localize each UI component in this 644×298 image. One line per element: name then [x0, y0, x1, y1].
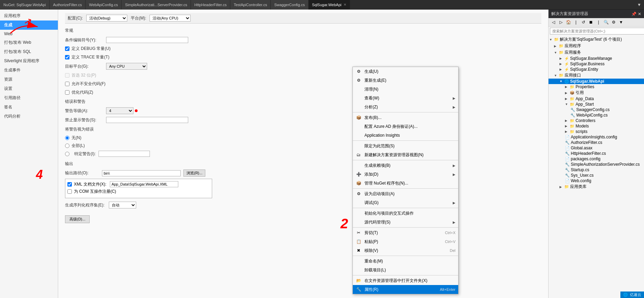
tree-appinsights-config[interactable]: 📄 ApplicationInsights.config — [549, 134, 644, 140]
allow-unsafe-checkbox[interactable] — [65, 82, 69, 86]
tree-startup[interactable]: 🔧 Startup.cs — [549, 167, 644, 173]
sidebar-item-web[interactable]: Web — [0, 30, 58, 38]
ctx-azure-ad[interactable]: 配置 Azure AD 身份验证(A)... — [353, 122, 458, 131]
sidebar-item-resources[interactable]: 资源 — [0, 75, 58, 84]
sidebar-item-signing[interactable]: 签名 — [0, 103, 58, 112]
treat-specific-radio[interactable] — [65, 152, 69, 156]
sidebar-item-publish-sql[interactable]: 打包/发布 SQL — [0, 47, 58, 56]
sidebar-item-publish-web[interactable]: 打包/发布 Web — [0, 38, 58, 47]
tree-models[interactable]: ▶ 📁 Models — [549, 123, 644, 129]
define-trace-checkbox[interactable] — [65, 55, 69, 59]
serialize-select[interactable]: 自动 — [109, 202, 136, 208]
ctx-source-control[interactable]: 源代码管理(S) ▶ — [353, 218, 458, 227]
toolbar-more-button[interactable]: ▼ — [618, 19, 624, 26]
toolbar-back-button[interactable]: ◁ — [550, 19, 557, 26]
toolbar-stop-button[interactable]: ⏹ — [588, 19, 594, 26]
ctx-properties[interactable]: 🔧 属性(R) Alt+Enter — [353, 285, 458, 294]
solution-search-input[interactable] — [550, 28, 644, 35]
ctx-set-startup[interactable]: ⚙ 设为启动项目(A) — [353, 189, 458, 198]
com-interop-checkbox[interactable] — [67, 189, 72, 194]
toolbar-forward-button[interactable]: ▷ — [557, 19, 564, 26]
warning-level-select[interactable]: 4 — [106, 107, 133, 114]
tab-testapi[interactable]: TestApiController.cs — [230, 0, 271, 10]
ctx-init-interactive[interactable]: 初始化与项目的交互式操作 — [353, 209, 458, 218]
tree-solution-root[interactable]: ▼ 📁 解决方案'SqlSugarTest' (6 个项目) — [549, 36, 644, 43]
ctx-build-deps[interactable]: 生成依赖项(B) ▶ — [353, 161, 458, 170]
tree-simple-auth[interactable]: 🔧 SimpleAuthorizationServerProvider.cs — [549, 162, 644, 167]
sidebar-item-build-events[interactable]: 生成事件 — [0, 66, 58, 75]
sidebar-item-build[interactable]: 生成 — [0, 21, 58, 30]
sidebar-item-settings[interactable]: 设置 — [0, 84, 58, 93]
browse-button[interactable]: 浏览(R)... — [183, 170, 205, 177]
treat-none-radio[interactable] — [65, 136, 69, 140]
tree-applib-folder[interactable]: ▶ 📁 应用类库 — [549, 184, 644, 190]
tree-references[interactable]: ▶ 📦 引用 — [549, 90, 644, 96]
tree-webapi-project[interactable]: ▼ 🌐 SqlSugar.WebApi — [549, 79, 644, 84]
tree-controllers[interactable]: ▶ 📁 Controllers — [549, 118, 644, 123]
ctx-rebuild[interactable]: ⚙ 重新生成(E) — [353, 76, 458, 85]
ctx-add[interactable]: ➕ 添加(D) ▶ — [353, 170, 458, 179]
config-select[interactable]: 活动(Debug) — [86, 15, 127, 22]
ctx-new-view[interactable]: 🗂 新建解决方案资源管理器视图(N) — [353, 150, 458, 159]
ctx-view[interactable]: 查看(W) ▶ — [353, 94, 458, 103]
tab-authorize[interactable]: AuthorizeFilter.cs — [50, 0, 86, 10]
tree-app-folder[interactable]: ▶ 📁 应用程序 — [549, 43, 644, 49]
ctx-paste[interactable]: 📋 粘贴(P) Ctrl+V — [353, 237, 458, 246]
treat-all-radio[interactable] — [65, 144, 69, 148]
platform-select[interactable]: 活动(Any CPU) — [150, 15, 191, 22]
pin-icon[interactable]: 📌 — [631, 12, 636, 16]
prefer32-checkbox[interactable] — [65, 73, 69, 78]
define-debug-checkbox[interactable] — [65, 46, 69, 51]
tree-appservice-folder[interactable]: ▼ 📁 应用服务 — [549, 49, 644, 56]
toolbar-home-button[interactable]: 🏠 — [565, 19, 572, 26]
ctx-unload[interactable]: 卸载项目(L) — [353, 266, 458, 274]
toolbar-refresh-button[interactable]: ↺ — [580, 19, 587, 26]
target-platform-select[interactable]: Any CPU — [106, 63, 147, 70]
ctx-publish[interactable]: 📦 发布(B)... — [353, 113, 458, 122]
ctx-clean[interactable]: 清理(N) — [353, 85, 458, 94]
sidebar-item-ref-paths[interactable]: 引用路径 — [0, 93, 58, 103]
ctx-appinsights[interactable]: Application Insights — [353, 131, 458, 140]
xml-doc-checkbox[interactable] — [67, 182, 72, 187]
close-panel-icon[interactable]: ✕ — [638, 12, 641, 16]
tree-entity[interactable]: ▶ ⚡ SqlSugar.Entity — [549, 67, 644, 72]
tree-app-data[interactable]: ▶ 📁 App_Data — [549, 96, 644, 101]
tree-properties[interactable]: ▶ 📁 Properties — [549, 84, 644, 90]
ctx-nuget[interactable]: 📦 管理 NuGet 程序包(N)... — [353, 179, 458, 188]
ctx-build[interactable]: ⚙ 生成(U) — [353, 67, 458, 76]
tree-global-asax[interactable]: 📄 Global.asax — [549, 145, 644, 151]
tree-httpheader-filter[interactable]: 🔧 HttpHeaderFilter.cs — [549, 151, 644, 156]
tree-sys-user[interactable]: 🔧 Sys_User.cs — [549, 173, 644, 178]
tab-overflow-button[interactable]: ▼ — [634, 2, 644, 7]
advanced-button[interactable]: 高级(D)... — [65, 215, 90, 223]
tree-basemanage[interactable]: ▶ ⚡ SqlSugar.BaseManage — [549, 56, 644, 61]
ctx-open-folder[interactable]: 📂 在文件资源管理器中打开文件夹(X) — [353, 276, 458, 285]
tree-app-start[interactable]: ▼ 📁 App_Start — [549, 101, 644, 107]
tab-swagger[interactable]: SwaggerConfig.cs — [271, 0, 308, 10]
ctx-analyze[interactable]: 分析(Z) ▶ — [353, 103, 458, 111]
sidebar-item-code-analysis[interactable]: 代码分析 — [0, 112, 58, 121]
tab-webapi[interactable]: WebApiConfig.cs — [86, 0, 121, 10]
conditional-input[interactable] — [106, 37, 188, 43]
tree-packages-config[interactable]: 📄 packages.config — [549, 156, 644, 162]
tab-sqlsugar-webapi[interactable]: SqlSugar.WebApi ✕ — [309, 0, 350, 10]
xml-doc-input[interactable] — [110, 181, 178, 187]
optimize-checkbox[interactable] — [65, 90, 69, 95]
output-path-input[interactable] — [102, 170, 181, 176]
tree-business[interactable]: ▶ ⚡ SqlSugar.Business — [549, 61, 644, 67]
ctx-scope[interactable]: 限定为此范围(S) — [353, 141, 458, 150]
tree-appinterface-folder[interactable]: ▼ 📁 应用接口 — [549, 72, 644, 79]
tree-authorize-filter[interactable]: 🔧 AuthorizeFilter.cs — [549, 140, 644, 145]
tree-webapi-config[interactable]: 🔧 WebApiConfig.cs — [549, 112, 644, 118]
ctx-rename[interactable]: 重命名(M) — [353, 257, 458, 266]
tree-swagger-config[interactable]: 🔧 SwaggerConfig.cs — [549, 107, 644, 112]
ctx-debug[interactable]: 调试(G) ▶ — [353, 198, 458, 207]
tree-scripts[interactable]: ▶ 📁 scripts — [549, 129, 644, 134]
ctx-cut[interactable]: ✂ 剪切(T) Ctrl+X — [353, 228, 458, 237]
suppress-warnings-input[interactable] — [106, 117, 188, 123]
tab-close-icon[interactable]: ✕ — [344, 3, 346, 6]
treat-specific-input[interactable] — [99, 151, 150, 157]
sidebar-item-silverlight[interactable]: Silverlight 应用程序 — [0, 56, 58, 66]
tab-httpheader[interactable]: HttpHeaderFilter.cs — [191, 0, 230, 10]
sidebar-item-application[interactable]: 应用程序 — [0, 11, 58, 21]
